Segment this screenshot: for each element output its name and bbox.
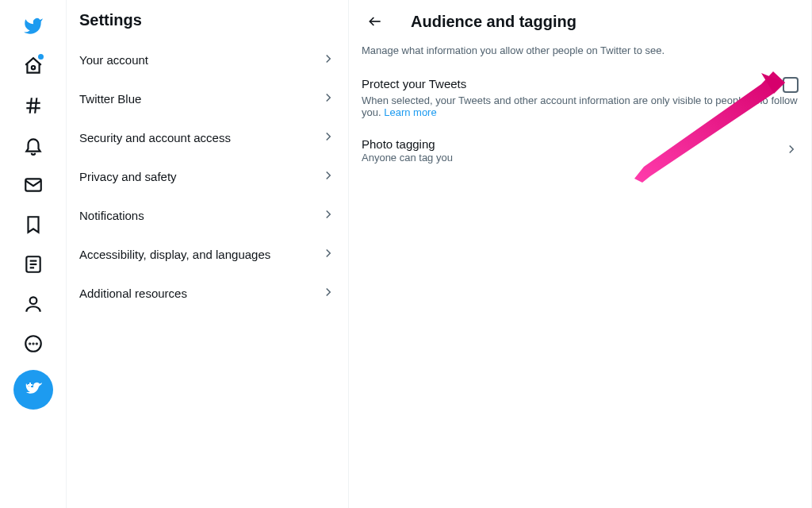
protect-tweets-checkbox[interactable] <box>783 77 799 93</box>
settings-item-resources[interactable]: Additional resources <box>67 274 348 313</box>
svg-point-14 <box>36 343 36 344</box>
lists-icon[interactable] <box>13 244 53 284</box>
settings-item-twitter-blue[interactable]: Twitter Blue <box>67 79 348 118</box>
notification-dot-icon <box>38 54 44 60</box>
settings-title: Settings <box>67 0 348 40</box>
protect-tweets-description: When selected, your Tweets and other acc… <box>362 94 799 118</box>
bookmarks-icon[interactable] <box>13 205 53 244</box>
svg-point-10 <box>29 297 36 304</box>
chevron-right-icon <box>321 52 335 68</box>
messages-icon[interactable] <box>13 165 53 205</box>
photo-tagging-row[interactable]: Photo tagging Anyone can tag you <box>349 129 811 171</box>
detail-column: Audience and tagging Manage what informa… <box>349 0 812 508</box>
photo-tagging-label: Photo tagging <box>362 137 453 151</box>
explore-icon[interactable] <box>13 86 53 125</box>
settings-item-label: Your account <box>79 53 148 67</box>
chevron-right-icon <box>321 90 335 107</box>
twitter-logo-icon[interactable] <box>13 6 53 46</box>
settings-item-label: Privacy and safety <box>79 170 177 183</box>
back-button[interactable] <box>362 8 389 35</box>
settings-item-accessibility[interactable]: Accessibility, display, and languages <box>67 235 348 274</box>
protect-tweets-label: Protect your Tweets <box>362 77 466 90</box>
learn-more-link[interactable]: Learn more <box>384 106 436 118</box>
chevron-right-icon <box>321 285 335 302</box>
chevron-right-icon <box>321 246 335 263</box>
settings-item-your-account[interactable]: Your account <box>67 40 348 79</box>
settings-item-security[interactable]: Security and account access <box>67 118 348 157</box>
svg-point-12 <box>29 343 30 344</box>
chevron-right-icon <box>321 207 335 224</box>
settings-item-label: Notifications <box>79 209 144 222</box>
detail-header: Audience and tagging <box>349 0 811 41</box>
svg-point-0 <box>31 66 34 69</box>
svg-point-13 <box>33 343 33 344</box>
settings-column: Settings Your account Twitter Blue Secur… <box>67 0 349 508</box>
detail-description: Manage what information you allow other … <box>349 41 811 71</box>
settings-item-label: Additional resources <box>79 287 187 300</box>
home-icon[interactable] <box>13 46 53 86</box>
profile-icon[interactable] <box>13 284 53 324</box>
chevron-right-icon <box>784 142 799 160</box>
settings-item-label: Twitter Blue <box>79 92 141 106</box>
chevron-right-icon <box>321 168 335 185</box>
settings-item-label: Accessibility, display, and languages <box>79 248 270 261</box>
settings-item-label: Security and account access <box>79 131 231 144</box>
more-icon[interactable] <box>13 324 53 364</box>
settings-item-notifications[interactable]: Notifications <box>67 196 348 235</box>
protect-tweets-option: Protect your Tweets When selected, your … <box>349 71 811 129</box>
svg-line-4 <box>35 98 36 114</box>
chevron-right-icon <box>321 129 335 146</box>
settings-item-privacy[interactable]: Privacy and safety <box>67 157 348 196</box>
notifications-icon[interactable] <box>13 125 53 165</box>
svg-line-3 <box>29 98 31 114</box>
detail-title: Audience and tagging <box>411 13 576 31</box>
compose-button[interactable] <box>13 370 53 410</box>
nav-rail <box>0 0 67 508</box>
photo-tagging-sub: Anyone can tag you <box>362 152 453 164</box>
